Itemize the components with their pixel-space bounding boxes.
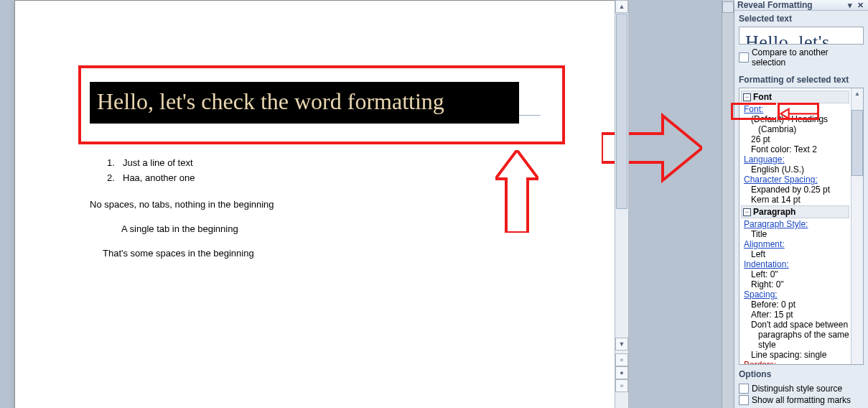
list-item[interactable]: 1.Just a line of text bbox=[107, 157, 195, 168]
line-spacing: Line spacing: single bbox=[741, 350, 849, 360]
close-icon[interactable]: ✕ bbox=[855, 0, 865, 10]
font-size: 26 pt bbox=[741, 134, 849, 144]
font-group-header[interactable]: − Font bbox=[741, 91, 849, 103]
selected-text-label: Selected text bbox=[734, 11, 868, 25]
collapse-icon[interactable]: − bbox=[743, 93, 751, 101]
show-marks-checkbox[interactable] bbox=[739, 395, 749, 405]
indentation-link[interactable]: Indentation: bbox=[741, 259, 849, 269]
borders-link-truncated[interactable]: Borders: bbox=[741, 360, 849, 364]
character-spacing-link[interactable]: Character Spacing: bbox=[741, 175, 849, 185]
numbered-list[interactable]: 1.Just a line of text 2.Haa, another one bbox=[107, 157, 195, 187]
paragraph-group-header[interactable]: − Paragraph bbox=[741, 205, 849, 218]
options-label: Options bbox=[734, 366, 868, 381]
alignment-value: Left bbox=[741, 249, 849, 259]
paragraph-style-value: Title bbox=[741, 229, 849, 239]
paragraph-style-link[interactable]: Paragraph Style: bbox=[741, 219, 849, 229]
font-default: (Default) +Headings bbox=[741, 114, 849, 124]
font-link[interactable]: Font: bbox=[741, 104, 849, 114]
prev-page-button[interactable]: « bbox=[615, 353, 628, 366]
scroll-up-icon[interactable]: ▲ bbox=[851, 88, 863, 98]
panel-header: Reveal Formatting ▾ ✕ bbox=[734, 0, 868, 11]
distinguish-style-row[interactable]: Distinguish style source bbox=[739, 384, 864, 394]
spacing-noadd-2: paragraphs of the same bbox=[741, 330, 849, 340]
annotation-up-arrow-icon bbox=[495, 150, 538, 233]
scroll-track[interactable] bbox=[615, 13, 628, 338]
spacing-noadd-3: style bbox=[741, 340, 849, 350]
document-area: Hello, let's check the word formatting 1… bbox=[0, 0, 722, 408]
next-page-button[interactable]: » bbox=[615, 379, 628, 392]
font-family-sub: (Cambria) bbox=[741, 124, 849, 134]
charspace-kern: Kern at 14 pt bbox=[741, 195, 849, 205]
scroll-down-button[interactable]: ▼ bbox=[615, 338, 628, 351]
browse-object-button[interactable]: ● bbox=[615, 366, 628, 379]
taskpane-tab-strip bbox=[722, 0, 734, 408]
scroll-thumb[interactable] bbox=[616, 14, 627, 209]
list-item[interactable]: 2.Haa, another one bbox=[107, 172, 195, 183]
formatting-details-box: − Font Font: (Default) +Headings (Cambri… bbox=[739, 88, 864, 365]
taskpane-tab-icon[interactable] bbox=[722, 1, 734, 13]
formatting-content[interactable]: − Font Font: (Default) +Headings (Cambri… bbox=[739, 88, 851, 364]
formatting-section-label: Formatting of selected text bbox=[734, 72, 868, 86]
alignment-link[interactable]: Alignment: bbox=[741, 239, 849, 249]
indent-right: Right: 0" bbox=[741, 279, 849, 289]
panel-menu-dropdown[interactable]: ▾ bbox=[845, 0, 855, 10]
spacing-before: Before: 0 pt bbox=[741, 300, 849, 310]
title-underline-rule bbox=[519, 115, 541, 116]
paragraph-no-spaces[interactable]: No spaces, no tabs, nothing in the begin… bbox=[90, 199, 274, 210]
language-link[interactable]: Language: bbox=[741, 154, 849, 164]
formatting-scroll-thumb[interactable] bbox=[851, 110, 863, 176]
title-text: Hello, let's check the word formatting bbox=[90, 82, 519, 121]
vertical-scrollbar[interactable]: ▲ ▼ « ● » bbox=[615, 0, 629, 408]
language-value: English (U.S.) bbox=[741, 164, 849, 175]
formatting-scrollbar[interactable]: ▲ bbox=[851, 88, 863, 364]
paragraph-leading-spaces[interactable]: That's some spaces in the beginning bbox=[103, 248, 254, 259]
panel-title: Reveal Formatting bbox=[737, 0, 845, 10]
show-marks-row[interactable]: Show all formatting marks bbox=[739, 395, 864, 405]
spacing-noadd-1: Don't add space between bbox=[741, 320, 849, 330]
spacing-after: After: 15 pt bbox=[741, 310, 849, 320]
options-section: Distinguish style source Show all format… bbox=[734, 381, 868, 408]
collapse-icon[interactable]: − bbox=[743, 208, 751, 216]
indent-left: Left: 0" bbox=[741, 269, 849, 279]
reveal-formatting-panel: Reveal Formatting ▾ ✕ Selected text Hell… bbox=[734, 0, 868, 408]
paragraph-single-tab[interactable]: A single tab in the beginning bbox=[121, 223, 238, 234]
title-selection[interactable]: Hello, let's check the word formatting bbox=[90, 82, 519, 124]
scroll-up-button[interactable]: ▲ bbox=[615, 0, 628, 13]
selected-text-preview[interactable]: Hello, let's bbox=[739, 27, 864, 45]
compare-checkbox[interactable] bbox=[739, 52, 749, 62]
distinguish-checkbox[interactable] bbox=[739, 384, 749, 394]
charspace-expanded: Expanded by 0.25 pt bbox=[741, 185, 849, 195]
compare-checkbox-row[interactable]: Compare to another selection bbox=[734, 46, 868, 72]
font-color: Font color: Text 2 bbox=[741, 144, 849, 154]
compare-label: Compare to another selection bbox=[752, 47, 864, 68]
spacing-link[interactable]: Spacing: bbox=[741, 289, 849, 300]
